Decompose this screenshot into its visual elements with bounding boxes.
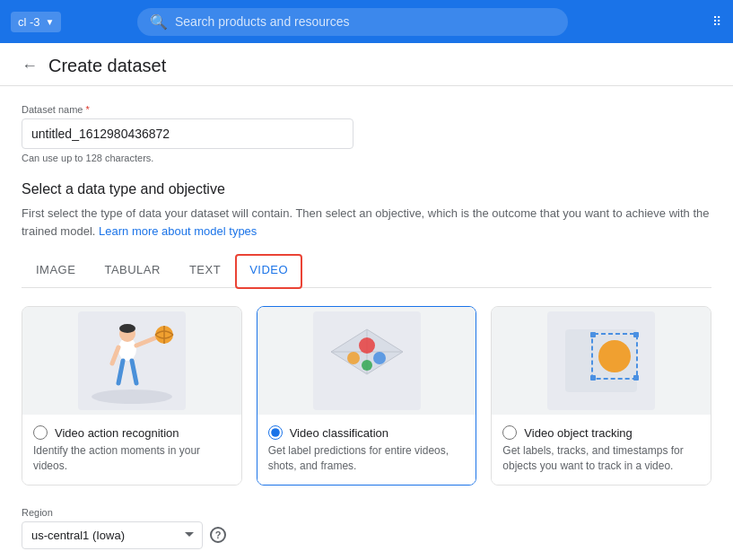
page-content: ← Create dataset Dataset name * Can use … [0,43,733,560]
card-video-classification[interactable]: Video classification Get label predictio… [257,306,477,486]
card-action-desc: Identify the action moments in your vide… [33,443,231,474]
apps-grid-icon[interactable]: ⠿ [712,14,722,29]
dataset-name-input[interactable] [22,118,353,149]
dataset-name-label: Dataset name * [22,104,711,115]
card-classification-title: Video classification [290,426,388,440]
card-action-radio-row: Video action recognition [33,425,231,440]
tab-image[interactable]: IMAGE [22,254,90,287]
card-tracking-radio[interactable] [502,425,517,440]
card-tracking-desc: Get labels, tracks, and timestamps for o… [502,443,700,474]
search-icon: 🔍 [150,13,168,31]
search-bar[interactable]: 🔍 [137,8,568,36]
card-classification-radio[interactable] [268,425,283,440]
region-row: us-central1 (Iowa) us-east1 (S. Carolina… [22,521,711,549]
data-type-section-desc: First select the type of data your datas… [22,205,711,240]
card-video-action[interactable]: Video action recognition Identify the ac… [22,306,242,486]
tab-video[interactable]: VIDEO [235,254,302,289]
region-label: Region [22,507,711,518]
card-video-tracking[interactable]: Video object tracking Get labels, tracks… [491,306,711,486]
svg-point-1 [92,389,172,404]
chevron-down-icon: ▼ [46,17,55,27]
tab-tabular[interactable]: TABULAR [90,254,175,287]
svg-point-22 [598,340,631,372]
dataset-name-hint: Can use up to 128 characters. [22,153,711,163]
card-tracking-radio-row: Video object tracking [502,425,700,440]
card-classification-radio-row: Video classification [268,425,466,440]
page-title: Create dataset [48,56,166,76]
data-type-section-title: Select a data type and objective [22,181,711,197]
dataset-name-group: Dataset name * Can use up to 128 charact… [22,104,711,163]
data-type-tabs: IMAGE TABULAR TEXT VIDEO [22,254,711,288]
card-classification-image [257,307,476,415]
objective-cards: Video action recognition Identify the ac… [22,306,711,486]
learn-more-model-types-link[interactable]: Learn more about model types [99,224,257,238]
card-action-title: Video action recognition [55,426,179,440]
card-action-radio[interactable] [33,425,48,440]
required-star: * [83,104,89,115]
action-recognition-illustration [78,311,186,410]
card-tracking-body: Video object tracking Get labels, tracks… [492,415,711,485]
svg-point-16 [347,352,360,364]
back-arrow-icon: ← [22,57,38,75]
form-area: Dataset name * Can use up to 128 charact… [0,86,733,560]
back-button[interactable]: ← [22,57,38,75]
card-tracking-title: Video object tracking [524,426,632,440]
svg-point-4 [119,324,135,333]
video-tracking-illustration [547,311,655,410]
video-classification-illustration [313,311,421,410]
region-select[interactable]: us-central1 (Iowa) us-east1 (S. Carolina… [22,521,203,549]
svg-point-17 [373,352,386,364]
search-input[interactable] [175,14,555,29]
svg-point-18 [362,360,372,371]
svg-point-15 [359,337,375,354]
card-action-image [22,307,241,415]
project-name: cl -3 [18,15,40,29]
project-chip[interactable]: cl -3 ▼ [11,12,61,32]
svg-rect-24 [633,332,639,337]
card-action-body: Video action recognition Identify the ac… [22,415,241,485]
top-nav: cl -3 ▼ 🔍 ⠿ [0,0,733,43]
page-header: ← Create dataset [0,43,733,86]
svg-rect-26 [633,375,639,381]
tab-text[interactable]: TEXT [175,254,235,287]
svg-rect-25 [590,375,596,381]
region-group: Region us-central1 (Iowa) us-east1 (S. C… [22,507,711,549]
svg-rect-23 [590,332,596,337]
card-classification-desc: Get label predictions for entire videos,… [268,443,466,474]
region-help-icon[interactable]: ? [210,527,226,543]
card-classification-body: Video classification Get label predictio… [257,415,476,485]
card-tracking-image [492,307,711,415]
